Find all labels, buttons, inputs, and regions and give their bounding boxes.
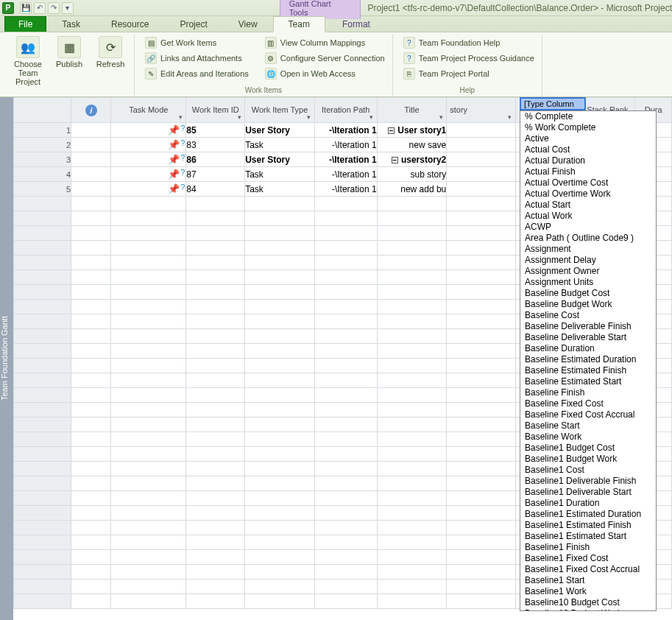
- header-task-mode[interactable]: Task Mode▾: [111, 98, 186, 123]
- column-picker-item[interactable]: Actual Overtime Cost: [520, 177, 656, 189]
- cell-info[interactable]: [71, 138, 111, 152]
- column-picker-item[interactable]: Assignment Units: [520, 277, 656, 288]
- view-bar-team-foundation-gantt[interactable]: Team Foundation Gantt: [0, 97, 13, 620]
- column-picker-item[interactable]: ACWP: [520, 222, 656, 233]
- column-picker-item[interactable]: Actual Work: [520, 211, 656, 222]
- column-picker-item[interactable]: Baseline Estimated Duration: [520, 354, 656, 365]
- column-picker-item[interactable]: Baseline Cost: [520, 310, 656, 321]
- undo-icon[interactable]: ↶: [34, 2, 46, 14]
- row-number[interactable]: [14, 211, 71, 226]
- cell-work-item-id[interactable]: 84: [186, 182, 245, 197]
- cell-info[interactable]: [71, 167, 111, 182]
- file-tab[interactable]: File: [4, 16, 46, 32]
- qat-dropdown-icon[interactable]: ▾: [62, 2, 74, 14]
- cell-story[interactable]: [447, 138, 515, 152]
- cell-info[interactable]: [71, 152, 111, 167]
- header-iteration-path[interactable]: Iteration Path▾: [314, 98, 377, 123]
- column-picker-item[interactable]: Actual Finish: [520, 166, 656, 177]
- column-picker-item[interactable]: Baseline Fixed Cost: [520, 398, 656, 409]
- header-rownum[interactable]: [14, 98, 71, 123]
- column-picker-item[interactable]: Baseline Fixed Cost Accrual: [520, 409, 656, 420]
- header-work-item-id[interactable]: Work Item ID▾: [186, 98, 245, 123]
- column-picker-item[interactable]: Baseline1 Work: [520, 586, 656, 597]
- cell-title[interactable]: new add bu: [377, 182, 447, 197]
- column-picker-item[interactable]: Baseline Budget Cost: [520, 288, 656, 299]
- column-picker-item[interactable]: Baseline Work: [520, 431, 656, 443]
- view-column-mappings-button[interactable]: ▥View Column Mappings: [264, 36, 386, 49]
- tab-view[interactable]: View: [223, 16, 273, 32]
- header-info[interactable]: i: [71, 98, 111, 123]
- tab-resource[interactable]: Resource: [96, 16, 164, 32]
- cell-title[interactable]: −User story1: [377, 123, 447, 138]
- column-picker-list[interactable]: % Complete% Work CompleteActiveActual Co…: [520, 110, 657, 611]
- configure-server-button[interactable]: ⚙Configure Server Connection: [264, 52, 386, 65]
- column-picker-item[interactable]: Actual Start: [520, 200, 656, 211]
- row-number[interactable]: [14, 580, 71, 594]
- cell-title[interactable]: new save: [377, 138, 447, 152]
- column-picker-item[interactable]: Assignment: [520, 244, 656, 255]
- redo-icon[interactable]: ↷: [48, 2, 60, 14]
- cell-title[interactable]: −userstory2: [377, 152, 447, 167]
- get-work-items-button[interactable]: ▤Get Work Items: [144, 36, 250, 49]
- chevron-down-icon[interactable]: ▾: [437, 113, 445, 121]
- cell-title[interactable]: sub story: [377, 167, 447, 182]
- column-picker-item[interactable]: Baseline Finish: [520, 387, 656, 398]
- cell-iteration-path[interactable]: -\Iteration 1: [314, 182, 377, 197]
- column-picker-item[interactable]: Assignment Delay: [520, 255, 656, 266]
- row-number[interactable]: [14, 432, 71, 447]
- column-picker-item[interactable]: Baseline Deliverable Finish: [520, 321, 656, 332]
- header-story[interactable]: story▾: [447, 98, 515, 123]
- row-number[interactable]: [14, 550, 71, 565]
- header-work-item-type[interactable]: Work Item Type▾: [245, 98, 315, 123]
- cell-work-item-type[interactable]: Task: [245, 167, 315, 182]
- cell-work-item-type[interactable]: Task: [245, 182, 315, 197]
- column-picker-item[interactable]: Baseline1 Finish: [520, 542, 656, 553]
- column-picker-item[interactable]: Baseline Duration: [520, 343, 656, 354]
- column-picker-item[interactable]: Assignment Owner: [520, 266, 656, 277]
- column-picker-item[interactable]: Baseline1 Start: [520, 575, 656, 586]
- refresh-button[interactable]: ⟳ Refresh: [93, 36, 128, 77]
- column-picker-item[interactable]: Baseline1 Estimated Start: [520, 531, 656, 542]
- chevron-down-icon[interactable]: ▾: [305, 113, 313, 121]
- chevron-down-icon[interactable]: ▾: [177, 113, 184, 121]
- chevron-down-icon[interactable]: ▾: [236, 113, 243, 121]
- column-picker-item[interactable]: Baseline1 Estimated Duration: [520, 509, 656, 520]
- column-picker-item[interactable]: Baseline Deliverable Start: [520, 332, 656, 343]
- row-number[interactable]: [14, 476, 71, 491]
- team-foundation-help-button[interactable]: ?Team Foundation Help: [402, 36, 536, 49]
- row-number[interactable]: [14, 329, 71, 344]
- column-picker-item[interactable]: Baseline1 Fixed Cost: [520, 553, 656, 564]
- publish-button[interactable]: ▦ Publish: [52, 36, 87, 77]
- row-number[interactable]: 1: [14, 123, 71, 138]
- links-attachments-button[interactable]: 🔗Links and Attachments: [144, 52, 250, 65]
- row-number[interactable]: [14, 285, 71, 300]
- column-picker-item[interactable]: Actual Duration: [520, 155, 656, 166]
- column-picker-item[interactable]: Baseline1 Budget Work: [520, 454, 656, 465]
- row-number[interactable]: [14, 388, 71, 403]
- row-number[interactable]: [14, 403, 71, 418]
- cell-work-item-type[interactable]: Task: [245, 138, 315, 152]
- open-web-access-button[interactable]: 🌐Open in Web Access: [264, 67, 386, 80]
- column-picker-item[interactable]: Baseline1 Deliverable Finish: [520, 476, 656, 487]
- cell-iteration-path[interactable]: -\Iteration 1: [314, 167, 377, 182]
- chevron-down-icon[interactable]: ▾: [506, 113, 514, 121]
- row-number[interactable]: [14, 270, 71, 285]
- column-picker-item[interactable]: Baseline1 Estimated Finish: [520, 520, 656, 531]
- cell-story[interactable]: [447, 182, 515, 197]
- cell-task-mode[interactable]: 📌?: [111, 152, 186, 167]
- row-number[interactable]: [14, 197, 71, 211]
- cell-task-mode[interactable]: 📌?: [111, 182, 186, 197]
- column-picker-item[interactable]: Actual Overtime Work: [520, 189, 656, 200]
- row-number[interactable]: [14, 300, 71, 314]
- column-picker-item[interactable]: Baseline1 Fixed Cost Accrual: [520, 564, 656, 575]
- column-picker-item[interactable]: Baseline1 Budget Cost: [520, 443, 656, 454]
- row-number[interactable]: [14, 506, 71, 521]
- cell-task-mode[interactable]: 📌?: [111, 123, 186, 138]
- row-number[interactable]: [14, 535, 71, 550]
- cell-task-mode[interactable]: 📌?: [111, 138, 186, 152]
- row-number[interactable]: [14, 521, 71, 535]
- row-number[interactable]: 2: [14, 138, 71, 152]
- row-number[interactable]: 5: [14, 182, 71, 197]
- column-picker-item[interactable]: % Complete: [520, 111, 656, 122]
- row-number[interactable]: [14, 491, 71, 506]
